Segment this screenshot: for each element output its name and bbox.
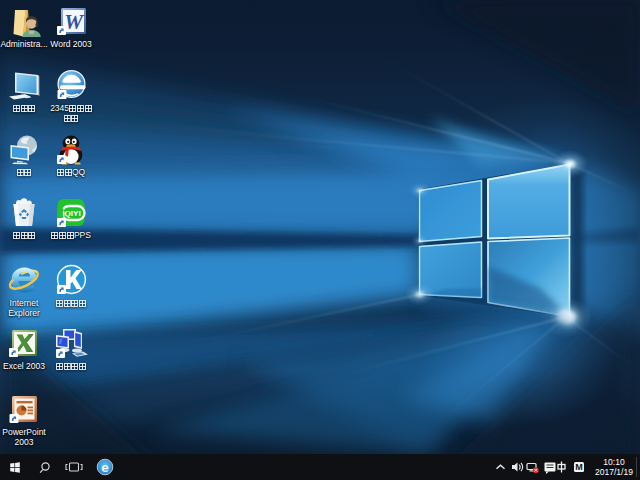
svg-text:e: e (101, 460, 109, 475)
svg-text:M: M (575, 462, 583, 472)
svg-text:iQIYI: iQIYI (62, 209, 80, 218)
svg-text:W: W (64, 10, 84, 34)
